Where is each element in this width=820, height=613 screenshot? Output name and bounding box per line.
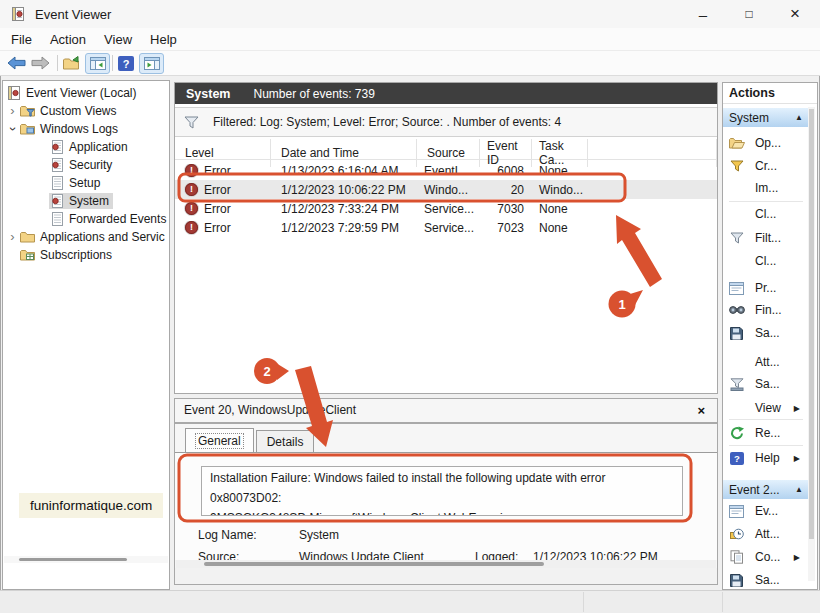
section-header-label: System (729, 111, 769, 125)
sidebar-item-event-viewer-local-[interactable]: Event Viewer (Local) (5, 84, 141, 102)
action-item-help[interactable]: ?Help▶ (723, 448, 809, 468)
action-item-re[interactable]: Re... (723, 423, 809, 443)
chevron-right-icon[interactable]: › (7, 228, 18, 246)
properties-icon (728, 505, 745, 518)
action-item-filt[interactable]: Filt... (723, 228, 809, 248)
sidebar-item-system[interactable]: System (49, 192, 113, 210)
table-header: LevelDate and TimeSourceEvent IDTask Ca.… (175, 139, 717, 160)
menu-help[interactable]: Help (141, 32, 186, 47)
sidebar-item-subscriptions[interactable]: Subscriptions (7, 246, 116, 264)
action-item-co[interactable]: Co...▶ (723, 547, 809, 567)
sidebar-item-label: Forwarded Events (69, 212, 166, 226)
action-item-cl[interactable]: Cl... (723, 204, 809, 224)
event-message-line2: 9MSSGKG348SP-MicrosoftWindows.Client.Web… (210, 509, 674, 516)
action-item-op[interactable]: Op... (723, 133, 809, 153)
event-row[interactable]: !Error1/12/2023 10:06:22 PMWindo...20Win… (175, 180, 717, 199)
maximize-button[interactable]: □ (726, 0, 772, 28)
actions-section-header-system[interactable]: System▲ (723, 107, 809, 127)
event-message-line1: Installation Failure: Windows failed to … (210, 469, 674, 509)
forward-icon[interactable] (31, 56, 50, 70)
details-separator (175, 422, 717, 424)
log-icon (51, 158, 64, 172)
action-item-sa[interactable]: Sa... (723, 374, 809, 394)
minimize-button[interactable]: – (680, 0, 726, 28)
details-close-icon[interactable]: × (697, 403, 705, 418)
action-item-label: Filt... (755, 231, 781, 245)
chevron-down-icon[interactable]: › (4, 124, 22, 135)
copy-icon (728, 550, 745, 564)
actions-separator (729, 201, 803, 202)
close-button[interactable]: × (772, 0, 818, 28)
level-text: Error (204, 183, 231, 197)
event-id-text: 6008 (480, 164, 532, 178)
task-category-text: Windo... (532, 183, 588, 197)
action-item-sa[interactable]: Sa... (723, 323, 809, 343)
sidebar-item-forwarded-events[interactable]: Forwarded Events (49, 210, 170, 228)
action-item-label: Im... (755, 181, 778, 195)
sidebar-item-applications-and-servic[interactable]: ›Applications and Servic (7, 228, 169, 246)
event-details-panel: Event 20, WindowsUpdateClient × General … (174, 398, 718, 585)
sidebar-item-security[interactable]: Security (49, 156, 116, 174)
actions-section-header-event-2-[interactable]: Event 2...▲ (723, 479, 809, 499)
watermark: funinformatique.com (19, 493, 163, 518)
tab-general[interactable]: General (185, 428, 254, 452)
open-folder-icon (728, 137, 745, 149)
action-item-pr[interactable]: Pr... (723, 278, 809, 298)
menu-action[interactable]: Action (41, 32, 95, 47)
tree-horizontal-scrollbar[interactable] (4, 556, 168, 563)
action-item-fin[interactable]: Fin... (723, 300, 809, 320)
scrollbar-thumb[interactable] (204, 562, 544, 566)
event-row[interactable]: !Error1/12/2023 7:29:59 PMService...7023… (175, 218, 717, 237)
tab-details[interactable]: Details (256, 430, 315, 452)
action-item-cr[interactable]: Cr... (723, 156, 809, 176)
action-item-label: Sa... (755, 326, 780, 340)
toolbar-separator (57, 55, 58, 71)
action-item-label: Op... (755, 136, 781, 150)
action-item-cl[interactable]: Cl... (723, 251, 809, 271)
event-row[interactable]: !Error1/12/2023 7:33:24 PMService...7030… (175, 199, 717, 218)
details-tabs: General Details (185, 430, 314, 452)
toolbar-separator (112, 55, 113, 71)
filter-status-text: Filtered: Log: System; Level: Error; Sou… (213, 115, 561, 129)
menu-bar: FileActionViewHelp (0, 28, 820, 51)
sidebar-item-setup[interactable]: Setup (49, 174, 104, 192)
sidebar-item-label: Event Viewer (Local) (26, 86, 137, 100)
toolbar: ? (0, 51, 820, 76)
sidebar-item-windows-logs[interactable]: ›Windows Logs (7, 120, 122, 138)
scrollbar-thumb[interactable] (19, 558, 127, 561)
filter-save-icon (728, 378, 745, 391)
action-pane-toggle-icon[interactable] (139, 53, 164, 74)
actions-vertical-scrollbar[interactable] (808, 107, 815, 581)
collapse-icon[interactable]: ▲ (795, 113, 803, 122)
details-general-content: Installation Failure: Windows failed to … (175, 452, 717, 560)
datetime-text: 1/12/2023 7:29:59 PM (271, 221, 417, 235)
menu-view[interactable]: View (95, 32, 141, 47)
action-item-att[interactable]: Att... (723, 524, 809, 544)
action-item-view[interactable]: View▶ (723, 398, 809, 418)
sidebar-item-application[interactable]: Application (49, 138, 132, 156)
action-item-att[interactable]: Att... (723, 352, 809, 372)
menu-file[interactable]: File (2, 32, 41, 47)
details-horizontal-scrollbar[interactable] (176, 560, 716, 568)
event-row[interactable]: !Error1/13/2023 6:16:04 AMEventL6008None (175, 161, 717, 180)
event-message-box[interactable]: Installation Failure: Windows failed to … (201, 466, 683, 516)
back-icon[interactable] (7, 56, 26, 70)
sidebar-item-custom-views[interactable]: ›Custom Views (7, 102, 120, 120)
action-item-sa[interactable]: Sa... (723, 570, 809, 590)
action-item-ev[interactable]: Ev... (723, 501, 809, 521)
action-item-label: Sa... (755, 377, 780, 391)
action-item-im[interactable]: Im... (723, 178, 809, 198)
details-bottom-gutter (175, 568, 717, 584)
chevron-spacer (7, 246, 18, 264)
submenu-arrow-icon: ▶ (794, 404, 800, 413)
scrollbar-thumb[interactable] (809, 109, 814, 539)
source-text: Service... (417, 221, 480, 235)
filter-bar: Filtered: Log: System; Level: Error; Sou… (175, 107, 717, 137)
help-icon[interactable]: ? (118, 56, 134, 71)
event-id-text: 20 (480, 183, 532, 197)
chevron-right-icon[interactable]: › (7, 102, 18, 120)
submenu-arrow-icon: ▶ (794, 454, 800, 463)
console-tree-toggle-icon[interactable] (85, 53, 110, 74)
collapse-icon[interactable]: ▲ (795, 485, 803, 494)
open-saved-log-icon[interactable] (63, 56, 80, 70)
